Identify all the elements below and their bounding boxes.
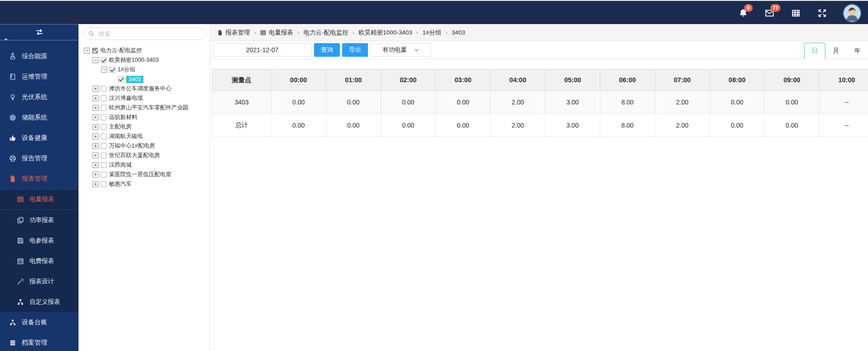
sidebar-item-archive-management[interactable]: 档案管理	[0, 332, 78, 351]
tree-node-label[interactable]: 万福中心1#配电房	[109, 142, 155, 150]
fullscreen-button[interactable]	[817, 8, 827, 18]
expand-node-icon[interactable]: +	[93, 95, 98, 101]
tree-node[interactable]: −电力云-配电监控	[84, 46, 209, 55]
table-cell: --	[819, 91, 868, 114]
tree-node[interactable]: +湖南航天磁电	[84, 132, 209, 141]
tree-node-checkbox[interactable]	[101, 181, 107, 187]
table-cell: 0.00	[381, 114, 436, 137]
sidebar-item-report-design[interactable]: 报表设计	[0, 271, 78, 292]
breadcrumb-item[interactable]: 电力云-配电监控	[304, 29, 348, 37]
expand-node-icon[interactable]: +	[93, 162, 98, 168]
messages-button[interactable]: 77	[765, 8, 775, 18]
sidebar-item-device-ledger[interactable]: 设备台账	[0, 312, 78, 332]
tree-node-checkbox[interactable]	[101, 172, 107, 178]
tree-search-input[interactable]	[98, 30, 201, 38]
tree-node[interactable]: −1#分组	[84, 65, 209, 74]
period-tab-2[interactable]: 月	[825, 43, 847, 59]
expand-node-icon[interactable]: +	[93, 172, 98, 178]
expand-node-icon[interactable]: +	[93, 143, 98, 149]
expand-node-icon[interactable]: +	[93, 181, 98, 187]
expand-node-icon[interactable]: +	[93, 133, 98, 139]
expand-node-icon[interactable]: +	[93, 153, 98, 158]
sidebar-item-fee-report[interactable]: 电费报表	[0, 251, 78, 271]
breadcrumb-item[interactable]: 报表管理	[217, 29, 250, 37]
breadcrumb-item[interactable]: 3403	[451, 29, 465, 36]
tree-node[interactable]: +某医院负一层低压配电室	[84, 170, 209, 179]
tree-node[interactable]: +远纺新材料	[84, 113, 209, 122]
sidebar-item-device-health[interactable]: 设备健康	[0, 128, 78, 148]
tree-node-label[interactable]: 湖南航天磁电	[109, 133, 143, 140]
tree-node[interactable]: −欧昊精密1000-3403	[84, 55, 209, 65]
sitemap-icon	[17, 298, 24, 306]
tree-node[interactable]: +潍坊市公车调度服务中心	[84, 84, 209, 94]
tree-node-label[interactable]: 主配电房	[109, 123, 132, 131]
collapse-node-icon[interactable]: −	[93, 57, 98, 63]
collapse-node-icon[interactable]: −	[84, 48, 90, 54]
collapse-node-icon[interactable]: −	[101, 67, 107, 73]
sidebar-item-report-management[interactable]: 报告管理	[0, 148, 78, 168]
tree-search[interactable]	[83, 27, 206, 40]
sidebar-item-ops-management[interactable]: 运维管理	[0, 66, 78, 87]
tree-node-checkbox[interactable]	[109, 67, 115, 73]
breadcrumb-item[interactable]: 欧昊精密1000-3403	[358, 29, 412, 37]
sidebar-item-energy-report[interactable]: 电量报表	[0, 189, 78, 210]
sidebar-item-custom-report[interactable]: 自定义报表	[0, 292, 78, 312]
expand-node-icon[interactable]: +	[93, 86, 98, 92]
sidebar-item-param-report[interactable]: 电参报表	[0, 230, 78, 251]
tree-node-label[interactable]: 3403	[126, 76, 143, 83]
tree-node-label[interactable]: 杭州萧山平安汽车零配件产业园	[109, 104, 188, 112]
expand-node-icon[interactable]: +	[93, 124, 98, 130]
period-tab-1[interactable]: 日	[804, 43, 825, 59]
tree-node-label[interactable]: 欧昊精密1000-3403	[109, 56, 159, 64]
tree-node-label[interactable]: 某医院负一层低压配电室	[109, 171, 172, 178]
wand-icon	[17, 278, 24, 285]
tree-node[interactable]: +汉川博鑫电缆	[84, 94, 209, 103]
tree-node-checkbox[interactable]	[101, 95, 107, 101]
tree-node-checkbox[interactable]	[101, 114, 107, 120]
export-button[interactable]: 导出	[342, 43, 368, 57]
tree-node-checkbox[interactable]	[101, 124, 107, 130]
period-tab-3[interactable]: 年	[847, 43, 868, 59]
sidebar-item-pv-system[interactable]: 光伏系统	[0, 87, 78, 107]
breadcrumb-item[interactable]: 电量报表	[260, 29, 293, 37]
tree-node[interactable]: +杭州萧山平安汽车零配件产业园	[84, 103, 209, 113]
tree-node-checkbox[interactable]	[101, 57, 107, 63]
notifications-button[interactable]: 0	[738, 8, 748, 18]
tree-node-label[interactable]: 汉西商城	[109, 161, 132, 169]
tree-node-label[interactable]: 潍坊市公车调度服务中心	[109, 85, 172, 93]
tree-node-checkbox[interactable]	[92, 48, 98, 54]
query-button[interactable]: 查询	[314, 43, 340, 57]
breadcrumb-item[interactable]: 1#分组	[422, 29, 441, 37]
tree-node-label[interactable]: 1#分组	[118, 66, 135, 74]
tree-node[interactable]: +汉西商城	[84, 160, 209, 170]
tree-node[interactable]: +万福中心1#配电房	[84, 141, 209, 151]
sidebar-item-power-report[interactable]: 功率报表	[0, 210, 78, 230]
tree-node-checkbox[interactable]	[101, 162, 107, 168]
tree-node-label[interactable]: 电力云-配电监控	[100, 47, 142, 54]
date-input[interactable]	[213, 43, 312, 57]
measure-type-select[interactable]: 有功电量	[370, 43, 431, 57]
tree-node[interactable]: 3403	[84, 74, 209, 84]
avatar[interactable]	[843, 5, 861, 22]
tree-node-label[interactable]: 远纺新材料	[109, 114, 137, 121]
tree-node-checkbox[interactable]	[101, 133, 107, 139]
tree-node-label[interactable]: 汉川博鑫电缆	[109, 94, 143, 102]
expand-node-icon[interactable]: +	[93, 105, 98, 111]
table-header-cell: 10:00	[819, 69, 868, 91]
sidebar-item-comprehensive-energy[interactable]: 综合能源	[0, 46, 78, 66]
tree-node-checkbox[interactable]	[101, 105, 107, 111]
expand-node-icon[interactable]: +	[93, 114, 98, 120]
tree-node[interactable]: +主配电房	[84, 122, 209, 132]
tree-node-checkbox[interactable]	[101, 153, 107, 158]
sidebar-item-statement-management[interactable]: 报表管理	[0, 168, 78, 189]
tree-node[interactable]: +世纪百联大厦配电房	[84, 151, 209, 160]
tree-node[interactable]: +敏惠汽车	[84, 179, 209, 189]
tree-node-checkbox[interactable]	[101, 143, 107, 149]
sidebar-item-storage-system[interactable]: 储能系统	[0, 107, 78, 128]
tree-node-label[interactable]: 敏惠汽车	[109, 180, 132, 188]
apps-grid-button[interactable]	[791, 8, 801, 18]
tree-node-label[interactable]: 世纪百联大厦配电房	[109, 152, 160, 159]
sidebar-collapse-toggle[interactable]	[0, 24, 78, 40]
tree-node-checkbox[interactable]	[118, 76, 124, 82]
tree-node-checkbox[interactable]	[101, 86, 107, 92]
